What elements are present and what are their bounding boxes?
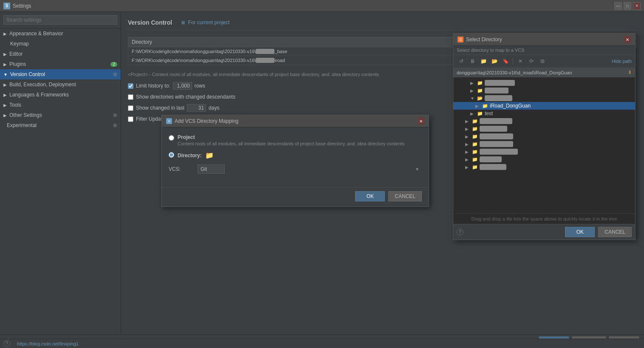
folder-icon-btn[interactable]: 📁 <box>479 57 488 66</box>
select-dir-title: Select Directory <box>466 37 624 42</box>
project-radio-label: Project <box>178 134 404 140</box>
settings-icon: ⚙ <box>113 72 117 77</box>
tree-item[interactable]: ▶ 📁 rkcloud_fs_xxx <box>453 133 635 140</box>
select-dir-help-icon[interactable]: ? <box>457 229 463 235</box>
sidebar-item-build-execution[interactable]: ▶ Build, Execution, Deployment <box>0 79 121 90</box>
toolbar-separator <box>513 58 513 65</box>
show-changed-unit: days <box>209 105 219 111</box>
new-folder-icon-btn[interactable]: 📂 <box>490 57 499 66</box>
tree-item[interactable]: ▶ 📁 m_sing_xxx <box>453 163 635 171</box>
tree-item[interactable]: ▶ 📁 ecar_leap_xxx <box>453 117 635 125</box>
folder-icon: 📁 <box>472 134 478 139</box>
tree-item[interactable]: ▶ 📁 test <box>453 110 635 117</box>
tree-item-label: iview_jar list <box>480 126 507 132</box>
limit-history-checkbox[interactable] <box>128 83 133 89</box>
path-download-icon[interactable]: ⬇ <box>628 70 632 75</box>
project-radio[interactable] <box>169 135 174 141</box>
sidebar-item-label: Tools <box>9 102 21 108</box>
sidebar-item-experimental[interactable]: Experimental ⚙ <box>0 120 121 130</box>
close-button[interactable]: ✕ <box>633 2 641 10</box>
add-vcs-ok-button[interactable]: OK <box>355 191 385 201</box>
show-dirs-checkbox[interactable] <box>128 94 133 100</box>
tree-item[interactable]: ▶ 📁 iview_jar list <box>453 125 635 133</box>
select-dir-cancel-button[interactable]: CANCEL <box>598 227 632 237</box>
limit-history-value[interactable] <box>173 82 192 90</box>
folder-icon: 📁 <box>472 149 478 155</box>
project-radio-content: Project Content roots of all modules, al… <box>178 134 404 146</box>
project-radio-option: Project Content roots of all modules, al… <box>169 134 422 146</box>
expand-icon-btn[interactable]: ⊞ <box>538 57 547 66</box>
sidebar-item-keymap[interactable]: Keymap <box>0 39 121 49</box>
sidebar-item-languages[interactable]: ▶ Languages & Frameworks <box>0 90 121 100</box>
settings-icon: ⚙ <box>113 123 117 128</box>
sidebar-item-version-control[interactable]: ▼ Version Control ⚙ <box>0 69 121 79</box>
sidebar-item-label: Experimental <box>7 122 37 128</box>
monitor-icon-btn[interactable]: 🖥 <box>468 57 477 66</box>
refresh-icon-btn[interactable]: ↺ <box>457 57 466 66</box>
sidebar-item-label: Plugins <box>9 61 26 67</box>
filter-update-checkbox[interactable] <box>128 116 133 122</box>
status-link[interactable]: https://blog.csdn.net/linxping1 <box>17 341 79 346</box>
bookmarks-icon-btn[interactable]: 🔖 <box>501 57 510 66</box>
folder-icon: 📂 <box>477 96 483 101</box>
expand-arrow-icon: ▼ <box>470 96 475 101</box>
sidebar-item-other-settings[interactable]: ▶ Other Settings ⚙ <box>0 110 121 120</box>
directory-radio[interactable] <box>169 152 174 158</box>
tree-item-label: rkcloud_fs_xxx <box>480 133 513 139</box>
blurred-segment: xxxxxxxx <box>256 58 274 63</box>
blurred-segment: xxxxxxxx <box>256 49 274 54</box>
folder-icon: 📁 <box>472 126 478 132</box>
tree-item[interactable]: ▶ 📁 do_base_xxx <box>453 79 635 87</box>
title-bar: S Settings — □ ✕ <box>0 0 644 12</box>
vc-header: Version Control 🖥 For current project <box>128 19 637 30</box>
add-vcs-cancel-button[interactable]: CANCEL <box>388 191 422 201</box>
tree-item[interactable]: ▼ 📂 do_iroad_xx <box>453 94 635 102</box>
show-changed-label: Show changed in last <box>136 105 184 111</box>
vcs-select[interactable]: Git Mercurial SVN CVS <box>198 164 225 174</box>
add-vcs-dialog: V Add VCS Directory Mapping ✕ Project Co… <box>161 115 429 207</box>
tree-item[interactable]: ▶ 📁 mk_cloud_sub_x <box>453 148 635 156</box>
expand-arrow-icon: ▶ <box>465 150 470 154</box>
sidebar-item-appearance-behavior[interactable]: ▶ Appearance & Behavior <box>0 28 121 39</box>
folder-icon: 📁 <box>472 164 478 170</box>
minimize-button[interactable]: — <box>614 2 622 10</box>
sidebar-item-plugins[interactable]: ▶ Plugins 2 <box>0 59 121 69</box>
select-dir-icon: S <box>458 37 463 42</box>
show-changed-value[interactable] <box>187 104 206 112</box>
show-changed-checkbox[interactable] <box>128 105 133 111</box>
dialog-close-button[interactable]: ✕ <box>418 118 424 124</box>
select-dir-footer: ? OK CANCEL <box>453 224 635 240</box>
search-input[interactable] <box>3 15 117 25</box>
select-dir-ok-button[interactable]: OK <box>565 227 595 237</box>
reload-icon-btn[interactable]: ⟳ <box>527 57 536 66</box>
folder-icon: 📁 <box>482 103 488 109</box>
folder-browse-button[interactable]: 📁 <box>205 151 214 159</box>
sidebar-item-label: Build, Execution, Deployment <box>9 82 76 88</box>
tree-item-label: m_sing_xxx <box>480 164 506 170</box>
status-help-icon[interactable]: ? <box>3 340 10 347</box>
expand-arrow-icon: ▼ <box>3 72 8 77</box>
dialog-title: Add VCS Directory Mapping <box>175 118 418 124</box>
directory-radio-option: Directory: 📁 <box>169 151 422 159</box>
hide-path-button[interactable]: Hide path <box>612 59 632 64</box>
tree-item[interactable]: ▶ 📁 rk_d_nebula_x <box>453 140 635 148</box>
select-dir-dialog: S Select Directory ✕ Select directory to… <box>453 33 636 240</box>
tree-item[interactable]: ▶ 📁 do_ibill_xx <box>453 87 635 94</box>
expand-arrow-icon: ▶ <box>465 134 470 139</box>
tree-item[interactable]: ▶ 📁 m_er_xxx <box>453 156 635 163</box>
tree-item-label: m_er_xxx <box>480 156 502 162</box>
sidebar-item-editor[interactable]: ▶ Editor <box>0 49 121 59</box>
select-dir-toolbar: ↺ 🖥 📁 📂 🔖 ✕ ⟳ ⊞ Hide path <box>453 55 635 68</box>
tree-item-iroad-dongguan[interactable]: ▶ 📁 iRoad_DongGuan <box>453 102 635 110</box>
maximize-button[interactable]: □ <box>624 2 631 10</box>
limit-history-label: Limit history to: <box>136 83 170 89</box>
sidebar-item-tools[interactable]: ▶ Tools <box>0 100 121 110</box>
path-bar: dongguan\tag\20210330-v16\d_iroad\iRoad_… <box>453 68 635 77</box>
delete-icon-btn[interactable]: ✕ <box>516 57 525 66</box>
for-current-project-tab[interactable]: 🖥 For current project <box>179 19 231 26</box>
version-control-title: Version Control <box>128 19 172 26</box>
expand-arrow-icon: ▶ <box>3 93 7 97</box>
select-dir-close-button[interactable]: ✕ <box>624 36 631 43</box>
expand-arrow-icon: ▶ <box>475 104 480 108</box>
drag-hint: Drag and drop a file into the space abov… <box>453 213 635 224</box>
